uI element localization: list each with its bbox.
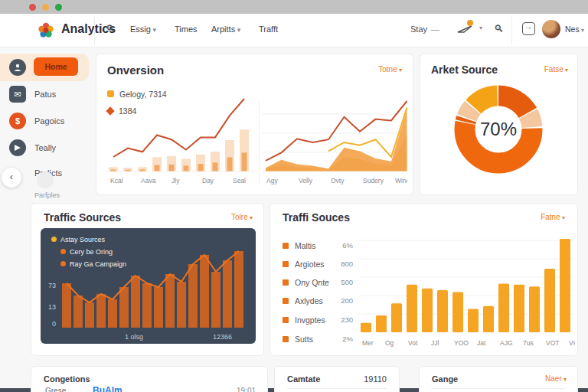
divider bbox=[287, 388, 387, 389]
arrow-icon bbox=[9, 139, 26, 156]
gange-title: Gange bbox=[432, 374, 458, 384]
market-source-title: Arket Source bbox=[431, 64, 498, 76]
mail-icon: ✉ bbox=[9, 86, 26, 103]
svg-text:Kcal: Kcal bbox=[110, 177, 123, 185]
market-source-dropdown[interactable]: Fatse bbox=[544, 65, 568, 74]
list-value: 200 bbox=[330, 296, 353, 305]
congetions-title: Congetions bbox=[44, 374, 90, 384]
svg-text:Velly: Velly bbox=[299, 177, 313, 185]
window-minimize-button[interactable] bbox=[42, 4, 49, 11]
traffic-dark-dropdown[interactable]: Tolre bbox=[231, 213, 253, 221]
traffic-bars-title: Traffi Souces bbox=[283, 211, 350, 224]
circle-icon bbox=[37, 172, 54, 188]
traffic-sources-dark-card: Traffic Sources Tolre Astay Sources Cery… bbox=[31, 203, 264, 356]
svg-text:JJl: JJl bbox=[431, 339, 439, 347]
svg-text:VOT: VOT bbox=[546, 339, 559, 347]
list-square-icon bbox=[283, 279, 289, 286]
nav-item-times[interactable]: Times bbox=[175, 24, 198, 34]
svg-text:0: 0 bbox=[52, 320, 56, 328]
dark-chart-panel: Astay Sources Cery be Oring Ray Ga Campa… bbox=[41, 228, 256, 344]
svg-text:Ovty: Ovty bbox=[331, 177, 345, 185]
list-value: 230 bbox=[330, 315, 353, 324]
svg-text:Sudery: Sudery bbox=[363, 177, 384, 185]
list-square-icon bbox=[283, 243, 289, 249]
header-divider bbox=[511, 17, 512, 44]
header-divider bbox=[94, 17, 95, 44]
list-square-icon bbox=[283, 261, 289, 267]
list-item: Argiotes bbox=[283, 260, 325, 269]
sidebar-sub-parfples[interactable]: Parfples bbox=[34, 191, 60, 199]
list-square-icon bbox=[283, 317, 289, 323]
svg-text:13: 13 bbox=[48, 303, 56, 311]
list-item: Axlydes bbox=[283, 296, 323, 305]
camtate-card: Camtate 19110 bbox=[274, 366, 400, 392]
conversion-card: Onversion Totne Gelogy, 7314 1384 KcalAa… bbox=[96, 54, 413, 195]
user-menu[interactable]: Nes bbox=[565, 24, 584, 34]
market-source-card: Arket Source Fatse 70% bbox=[420, 54, 578, 195]
divider bbox=[432, 388, 565, 389]
svg-text:12366: 12366 bbox=[213, 333, 232, 341]
camtate-value: 19110 bbox=[364, 374, 387, 384]
sidebar-item-teally[interactable]: Teally bbox=[34, 143, 56, 152]
sidebar-item-home[interactable]: Home bbox=[34, 57, 78, 76]
window-zoom-button[interactable] bbox=[55, 4, 62, 11]
chevron-down-icon: ▾ bbox=[479, 24, 482, 31]
search-icon-right[interactable]: 🔍︎ bbox=[494, 23, 504, 34]
svg-text:Jly: Jly bbox=[172, 177, 180, 185]
svg-text:Vse: Vse bbox=[569, 339, 575, 347]
congetions-partial-value: 19:01 bbox=[237, 387, 256, 392]
traffic-dark-title: Traffic Sources bbox=[44, 211, 121, 224]
sidebar-item-pagoics[interactable]: Pagoics bbox=[34, 116, 64, 126]
congetions-link[interactable]: BuAlm bbox=[93, 385, 122, 392]
list-item: Sutts bbox=[283, 335, 313, 344]
export-icon[interactable] bbox=[522, 22, 535, 35]
list-item: Invgptes bbox=[283, 315, 325, 325]
svg-text:Jat: Jat bbox=[477, 339, 486, 347]
list-value: 800 bbox=[330, 260, 353, 268]
app-logo-icon bbox=[37, 21, 55, 40]
search-icon[interactable]: 🔍︎ bbox=[106, 23, 116, 34]
conversion-dropdown[interactable]: Totne bbox=[378, 65, 402, 74]
chart-divider bbox=[259, 100, 260, 185]
congetions-card: Congetions Grese BuAlm 19:01 bbox=[31, 366, 268, 392]
conversion-area-chart: AgyVellyOvtySuderyWind bbox=[262, 95, 407, 188]
conversion-bar-chart: KcalAavaJlyDaySeal bbox=[104, 95, 257, 188]
svg-text:Og: Og bbox=[385, 339, 394, 347]
svg-text:Vot: Vot bbox=[408, 339, 418, 347]
list-value: 6% bbox=[330, 241, 353, 250]
svg-text:Aava: Aava bbox=[141, 177, 156, 185]
svg-text:Day: Day bbox=[202, 177, 214, 185]
stay-label: Stay bbox=[410, 24, 427, 34]
donut-center-label: 70% bbox=[480, 119, 517, 140]
traffic-sources-bar-card: Traffi Souces Fatne Maltis Argiotes Ony … bbox=[270, 203, 578, 356]
dollar-icon: $ bbox=[9, 113, 26, 129]
camtate-title: Camtate bbox=[287, 374, 320, 384]
user-avatar[interactable] bbox=[542, 20, 560, 38]
svg-text:Agy: Agy bbox=[266, 177, 278, 185]
svg-text:Mer: Mer bbox=[362, 339, 374, 347]
nav-item-arpitts[interactable]: Arpitts bbox=[211, 24, 240, 34]
list-value: 500 bbox=[330, 278, 353, 286]
traffic-amber-bar-chart: MerOgVotJJlYOOJatAJG7usVOTVse bbox=[356, 225, 575, 354]
window-close-button[interactable] bbox=[29, 4, 36, 11]
app-header: Analytics 🔍︎ Essig Times Arpitts Trafft … bbox=[0, 14, 588, 47]
list-item: Ony Qnte bbox=[283, 278, 329, 287]
svg-text:73: 73 bbox=[48, 282, 56, 289]
gange-dropdown[interactable]: Naer bbox=[545, 374, 567, 383]
sidebar-collapse-button[interactable]: ‹ bbox=[2, 168, 21, 188]
nav-item-essig[interactable]: Essig bbox=[130, 24, 156, 34]
notifications-icon[interactable]: ▾ bbox=[456, 22, 482, 38]
svg-text:AJG: AJG bbox=[500, 339, 513, 347]
traffic-bars-dropdown[interactable]: Fatne bbox=[541, 213, 565, 221]
gange-card: Gange Naer bbox=[419, 366, 578, 392]
nav-item-trafft[interactable]: Trafft bbox=[259, 24, 278, 34]
congetions-partial-text: Grese bbox=[45, 387, 66, 392]
sidebar-item-patus[interactable]: Patus bbox=[34, 90, 56, 99]
conversion-card-title: Onversion bbox=[107, 64, 164, 77]
traffic-dark-bar-chart: 731301 olsg12366 bbox=[41, 228, 256, 344]
notification-badge bbox=[467, 20, 473, 26]
svg-text:1 olsg: 1 olsg bbox=[125, 333, 143, 341]
svg-text:YOO: YOO bbox=[454, 339, 469, 347]
list-square-icon bbox=[283, 298, 289, 304]
list-value: 2% bbox=[330, 335, 353, 343]
